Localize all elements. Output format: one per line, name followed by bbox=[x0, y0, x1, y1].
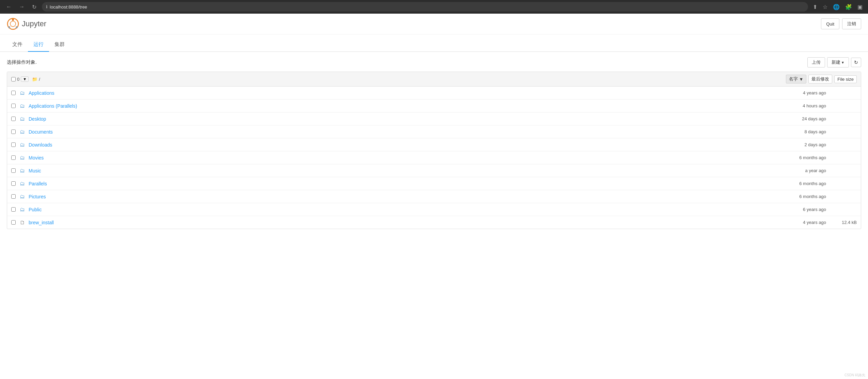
svg-point-1 bbox=[10, 21, 16, 27]
jupyter-logo-icon bbox=[7, 18, 19, 30]
reload-button[interactable]: ↻ bbox=[30, 2, 38, 12]
sort-size-button[interactable]: File size bbox=[834, 75, 857, 83]
folder-icon: 🗂 bbox=[19, 181, 25, 186]
file-modified: 4 years ago bbox=[785, 220, 826, 225]
extensions-button[interactable]: 🧩 bbox=[844, 2, 853, 12]
file-modified: 6 years ago bbox=[785, 207, 826, 212]
forward-button[interactable]: → bbox=[17, 2, 27, 11]
file-modified: 4 years ago bbox=[785, 90, 826, 95]
file-checkbox[interactable] bbox=[11, 117, 16, 121]
header-count: 0 bbox=[17, 77, 19, 82]
file-name[interactable]: Applications bbox=[29, 90, 782, 96]
file-modified: 4 hours ago bbox=[785, 103, 826, 108]
bookmark-button[interactable]: ☆ bbox=[821, 2, 829, 12]
file-name[interactable]: Applications (Parallels) bbox=[29, 103, 782, 109]
file-name[interactable]: Movies bbox=[29, 155, 782, 161]
file-name[interactable]: Parallels bbox=[29, 181, 782, 186]
file-modified: 24 days ago bbox=[785, 116, 826, 121]
table-row: 🗂 Applications 4 years ago bbox=[7, 87, 861, 100]
file-checkbox[interactable] bbox=[11, 181, 16, 186]
sort-modified-button[interactable]: 最后修改 bbox=[808, 75, 832, 84]
folder-icon: 🗂 bbox=[19, 207, 25, 212]
table-row: 🗂 Music a year ago bbox=[7, 164, 861, 177]
share-button[interactable]: ⬆ bbox=[811, 2, 819, 12]
tab-clusters[interactable]: 集群 bbox=[49, 38, 70, 52]
address-bar[interactable]: ℹ localhost:8888/tree bbox=[42, 2, 808, 12]
count-dropdown-button[interactable]: ▼ bbox=[21, 76, 29, 82]
tab-running[interactable]: 运行 bbox=[28, 38, 49, 52]
sort-name-label: 名字 bbox=[789, 76, 798, 82]
file-rows-container: 🗂 Applications 4 years ago 🗂 Application… bbox=[7, 87, 861, 229]
table-row: 🗂 Public 6 years ago bbox=[7, 203, 861, 216]
folder-icon: 🗂 bbox=[19, 103, 25, 109]
header-path-text: / bbox=[39, 77, 40, 82]
file-checkbox[interactable] bbox=[11, 168, 16, 173]
table-row: 🗋 brew_install 4 years ago 12.4 kB bbox=[7, 216, 861, 229]
file-browser: 选择操作对象. 上传 新建 ▼ ↻ 0 ▼ 📁 bbox=[0, 52, 868, 234]
file-table-header: 0 ▼ 📁 / 名字 ▼ 最后修改 File size bbox=[7, 72, 861, 87]
folder-icon: 🗂 bbox=[19, 155, 25, 161]
file-modified: a year ago bbox=[785, 168, 826, 173]
file-name[interactable]: Documents bbox=[29, 129, 782, 135]
new-button[interactable]: 新建 ▼ bbox=[827, 57, 849, 67]
table-row: 🗂 Pictures 6 months ago bbox=[7, 190, 861, 203]
file-name[interactable]: Pictures bbox=[29, 194, 782, 199]
upload-button[interactable]: 上传 bbox=[807, 57, 825, 67]
sidebar-toggle-button[interactable]: ▣ bbox=[856, 2, 864, 12]
file-name[interactable]: Music bbox=[29, 168, 782, 173]
svg-point-2 bbox=[12, 19, 14, 21]
file-browser-toolbar: 选择操作对象. 上传 新建 ▼ ↻ bbox=[7, 57, 861, 67]
file-modified: 6 months ago bbox=[785, 194, 826, 199]
file-checkbox[interactable] bbox=[11, 142, 16, 147]
new-button-label: 新建 bbox=[832, 59, 840, 65]
refresh-button[interactable]: ↻ bbox=[851, 58, 861, 67]
watermark: CSDN 码路先 bbox=[844, 373, 865, 378]
file-checkbox[interactable] bbox=[11, 194, 16, 199]
folder-icon: 🗂 bbox=[19, 142, 25, 148]
table-row: 🗂 Parallels 6 months ago bbox=[7, 177, 861, 190]
header-sort-area: 名字 ▼ 最后修改 File size bbox=[786, 75, 857, 84]
folder-icon: 🗂 bbox=[19, 194, 25, 199]
header-path-folder-icon: 📁 bbox=[32, 77, 37, 82]
sort-name-button[interactable]: 名字 ▼ bbox=[786, 75, 806, 84]
select-all-checkbox[interactable] bbox=[11, 77, 16, 81]
file-modified: 8 days ago bbox=[785, 129, 826, 134]
file-name[interactable]: brew_install bbox=[29, 220, 782, 225]
url-text: localhost:8888/tree bbox=[50, 4, 87, 10]
tabs-bar: 文件 运行 集群 bbox=[0, 38, 868, 52]
file-checkbox[interactable] bbox=[11, 91, 16, 95]
back-button[interactable]: ← bbox=[4, 2, 14, 11]
new-dropdown-arrow: ▼ bbox=[841, 61, 844, 64]
header-path: 📁 / bbox=[32, 77, 40, 82]
file-checkbox[interactable] bbox=[11, 207, 16, 212]
table-row: 🗂 Documents 8 days ago bbox=[7, 125, 861, 138]
folder-icon: 🗂 bbox=[19, 90, 25, 96]
tab-files[interactable]: 文件 bbox=[7, 38, 28, 52]
info-icon: ℹ bbox=[46, 4, 48, 9]
file-icon: 🗋 bbox=[19, 219, 25, 225]
logout-button[interactable]: 注销 bbox=[842, 18, 861, 29]
file-checkbox[interactable] bbox=[11, 130, 16, 134]
select-action-text: 选择操作对象. bbox=[7, 59, 37, 65]
app-header: Jupyter Quit 注销 bbox=[0, 14, 868, 34]
quit-button[interactable]: Quit bbox=[821, 18, 839, 29]
file-name[interactable]: Public bbox=[29, 207, 782, 212]
file-table: 0 ▼ 📁 / 名字 ▼ 最后修改 File size bbox=[7, 72, 861, 229]
file-modified: 6 months ago bbox=[785, 155, 826, 160]
profile-button[interactable]: 🌐 bbox=[832, 2, 841, 12]
table-row: 🗂 Downloads 2 days ago bbox=[7, 138, 861, 151]
svg-point-4 bbox=[16, 26, 18, 28]
browser-actions: ⬆ ☆ 🌐 🧩 ▣ bbox=[811, 2, 864, 12]
file-checkbox[interactable] bbox=[11, 155, 16, 160]
browser-chrome: ← → ↻ ℹ localhost:8888/tree ⬆ ☆ 🌐 🧩 ▣ bbox=[0, 0, 868, 14]
sort-name-arrow: ▼ bbox=[799, 77, 803, 82]
table-row: 🗂 Desktop 24 days ago bbox=[7, 112, 861, 125]
file-checkbox[interactable] bbox=[11, 104, 16, 108]
file-checkbox[interactable] bbox=[11, 220, 16, 225]
header-buttons: Quit 注销 bbox=[821, 18, 861, 29]
jupyter-logo-text: Jupyter bbox=[22, 19, 46, 28]
file-name[interactable]: Desktop bbox=[29, 116, 782, 122]
folder-icon: 🗂 bbox=[19, 116, 25, 122]
header-checkbox-area: 0 ▼ bbox=[11, 76, 29, 82]
file-name[interactable]: Downloads bbox=[29, 142, 782, 148]
